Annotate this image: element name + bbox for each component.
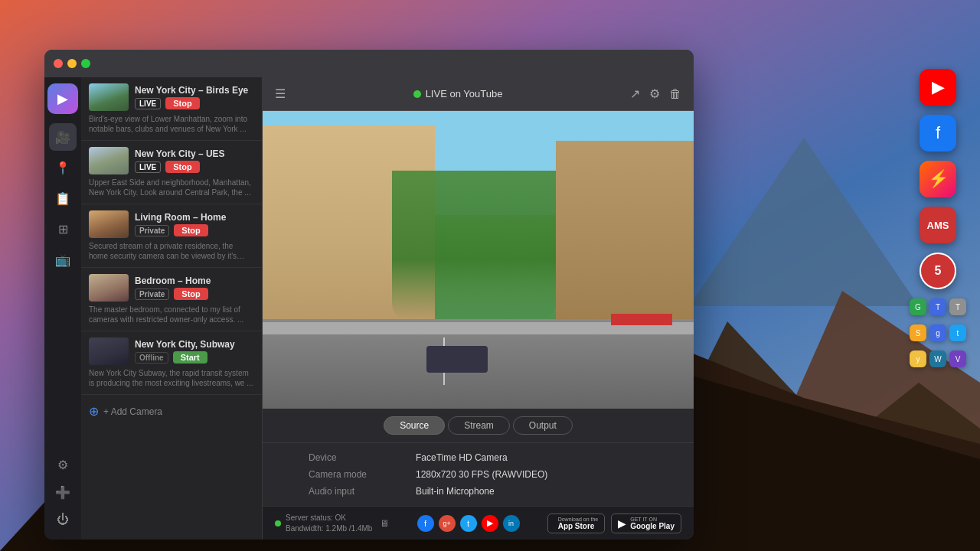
social-youtube[interactable]: ▶ [482,515,498,532]
camera-thumb-bedroom [89,274,129,302]
social-linkedin[interactable]: in [503,515,520,532]
stop-button-living[interactable]: Stop [174,224,207,236]
camera-mode-value: 980x551 30 FPS (RAWVIDEO) [416,469,547,480]
tab-source[interactable]: Source [384,416,445,435]
main-content: ▶ 🎥 📍 📋 ⊞ 📺 ⚙ ➕ [44,77,694,540]
add-camera-button[interactable]: ⊕ + Add Camera [81,395,262,428]
add-camera-label: + Add Camera [103,406,162,417]
minimize-button[interactable] [67,59,77,68]
dock-mini-gray[interactable]: T [949,298,966,315]
stop-button-nyc-ues[interactable]: Stop [165,161,199,173]
camera-desc: Upper East Side and neighborhood, Manhat… [89,178,254,197]
dock-youtube[interactable]: ▶ [920,69,956,106]
audio-input-value: Built-in Microphone [416,486,495,497]
dock-badge-5[interactable]: 5 [920,253,956,289]
dock-ams[interactable]: AMS [920,207,956,243]
stop-button-bedroom[interactable]: Stop [174,288,207,300]
dock-mini-purple[interactable]: V [949,350,966,367]
audio-input-label: Audio input [309,486,416,497]
dock-mini-green[interactable]: G [910,298,926,315]
camera-thumb-subway [89,337,129,365]
share-icon[interactable]: ↗ [630,86,640,101]
start-button-subway[interactable]: Start [173,351,207,364]
server-icon: 🖥 [380,518,389,529]
sidebar-item-map[interactable]: 📍 [49,154,77,181]
camera-thumb-nyc-ues [89,147,129,174]
menu-icon[interactable]: ☰ [275,86,286,101]
live-text: LIVE on YouTube [426,88,503,99]
app-store-badge[interactable]: Download on the App Store [547,514,606,533]
bottom-panel: Source Stream Output Device FaceTime HD … [263,409,694,506]
camera-item-nyc-ues[interactable]: New York City – UES LIVE Stop Upper East… [81,141,262,204]
camera-desc: New York City Subway, the rapid transit … [89,368,254,388]
live-dot [413,90,421,98]
sidebar-item-power[interactable]: ⏻ [49,506,77,533]
dock-mini-blue2[interactable]: g [929,324,946,341]
dock-mini-wp[interactable]: W [929,350,946,367]
youtube-icon: ▶ [932,77,945,97]
server-status-text: Server status: OK [286,513,372,523]
camera-item-living-room[interactable]: Living Room – Home Private Stop Secured … [81,204,262,268]
camera-desc: The master bedroom, connected to my list… [89,305,254,324]
social-facebook[interactable]: f [417,515,434,532]
window-controls [54,59,90,68]
facebook-icon: f [936,123,940,143]
camera-thumb-living [89,210,129,238]
status-badge: LIVE [135,161,161,173]
settings-icon[interactable]: ⚙ [649,86,660,101]
camera-mode-row: Camera mode 980x551 30 FPS (RAWVIDEO) [309,469,648,480]
lightning-icon: ⚡ [928,169,949,189]
dock-mini-yellow[interactable]: y [910,350,926,367]
social-icons: f g+ t ▶ in [417,515,520,532]
camera-list: New York City – Birds Eye LIVE Stop Bird… [81,77,263,540]
audio-input-row: Audio input Built-in Microphone [309,486,648,497]
top-bar: ☰ LIVE on YouTube ↗ ⚙ 🗑 [263,77,694,111]
close-button[interactable] [54,59,63,68]
dock-mini-orange[interactable]: S [910,324,926,341]
app-store-label: App Store [558,522,599,530]
dock-row-1: G T T [910,298,966,315]
google-play-icon: ▶ [618,517,626,530]
app-logo[interactable]: ▶ [47,83,78,114]
camera-item-bedroom[interactable]: Bedroom – Home Private Stop The master b… [81,268,262,331]
tab-stream[interactable]: Stream [448,416,510,435]
camera-name: New York City – UES [135,148,254,159]
dock-mini-twitter[interactable]: t [949,324,966,341]
camera-info-nyc-ues: New York City – UES LIVE Stop [135,148,254,173]
sidebar-item-grid[interactable]: ⊞ [49,215,77,243]
trash-icon[interactable]: 🗑 [669,87,681,101]
list-icon: 📋 [55,191,70,206]
sidebar-item-settings[interactable]: ⚙ [49,451,77,478]
maximize-button[interactable] [81,59,90,68]
svg-marker-1 [689,138,919,306]
device-label: Device [309,452,416,463]
sidebar-item-list[interactable]: 📋 [49,184,77,212]
settings-icon: ⚙ [57,458,68,472]
social-twitter[interactable]: t [460,515,477,532]
device-value: FaceTime HD Camera [416,452,508,463]
video-preview [263,111,694,409]
sidebar-item-plus[interactable]: ➕ [49,478,77,506]
dock-lightning[interactable]: ⚡ [920,161,956,197]
status-dot [275,520,281,527]
status-badge: LIVE [135,98,161,109]
add-icon: ⊕ [89,404,99,419]
sidebar-item-cameras[interactable]: 🎥 [49,123,77,151]
camera-name: New York City – Birds Eye [135,85,254,96]
bandwidth-text: Bandwidth: 1.2Mb /1.4Mb [286,523,372,534]
stop-button-nyc-birds[interactable]: Stop [165,97,199,109]
plus-icon: ➕ [55,485,70,500]
grid-icon: ⊞ [58,222,68,236]
google-play-badge[interactable]: ▶ GET IT ON Google Play [611,514,681,533]
camera-item-nyc-birds[interactable]: New York City – Birds Eye LIVE Stop Bird… [81,77,262,141]
status-badge: Private [135,289,169,300]
social-googleplus[interactable]: g+ [439,515,456,532]
dock-mini-blue[interactable]: T [929,298,946,315]
camera-item-subway[interactable]: New York City, Subway Offline Start New … [81,331,262,395]
tab-output[interactable]: Output [513,416,573,435]
camera-info-living: Living Room – Home Private Stop [135,212,254,236]
sidebar-item-monitor[interactable]: 📺 [49,246,77,273]
camera-info-nyc-birds: New York City – Birds Eye LIVE Stop [135,85,254,109]
camera-name: Bedroom – Home [135,276,254,286]
dock-facebook[interactable]: f [920,115,956,152]
